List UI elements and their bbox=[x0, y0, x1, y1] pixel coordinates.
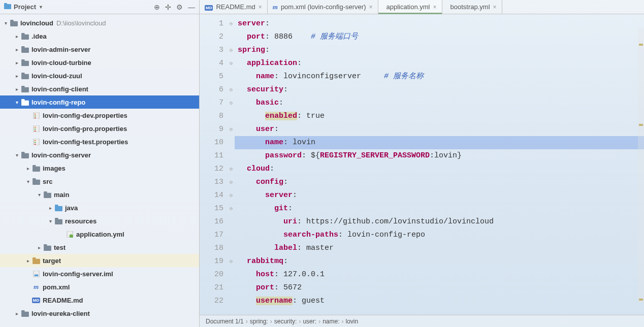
fold-icon[interactable]: ⊖ bbox=[228, 57, 235, 70]
chevron-icon[interactable]: ▸ bbox=[13, 47, 20, 52]
tree-item[interactable]: application.yml bbox=[0, 227, 199, 241]
tree-item[interactable]: ▸lovin-cloud-turbine bbox=[0, 56, 199, 69]
chevron-icon[interactable]: ▸ bbox=[36, 245, 43, 250]
close-icon[interactable]: × bbox=[493, 4, 497, 11]
fold-icon[interactable]: ⊖ bbox=[228, 202, 235, 215]
fold-icon[interactable]: ⊖ bbox=[228, 123, 235, 136]
project-tree[interactable]: ▾lovincloudD:\iios\lovincloud▸.idea▸lovi… bbox=[0, 14, 199, 327]
code-line[interactable]: port: 5672 bbox=[235, 281, 644, 295]
chevron-icon[interactable]: ▸ bbox=[13, 60, 20, 66]
code-line[interactable]: cloud: bbox=[235, 162, 644, 176]
code-line[interactable]: label: master bbox=[235, 242, 644, 255]
tree-item[interactable]: lovin-config-server.iml bbox=[0, 267, 199, 280]
tree-item[interactable]: ▾resources bbox=[0, 214, 199, 227]
fold-icon[interactable] bbox=[228, 242, 235, 255]
chevron-icon[interactable]: ▸ bbox=[24, 258, 31, 264]
chevron-icon[interactable]: ▾ bbox=[24, 179, 31, 184]
code-line[interactable]: basic: bbox=[235, 96, 644, 110]
breadcrumb-item[interactable]: lovin bbox=[345, 318, 358, 325]
close-icon[interactable]: × bbox=[369, 4, 372, 11]
fold-icon[interactable] bbox=[228, 295, 235, 308]
tree-item[interactable]: ▾main bbox=[0, 188, 199, 201]
breadcrumb[interactable]: Document 1/1›spring:›security:›user:›nam… bbox=[200, 315, 644, 327]
scrollbar[interactable] bbox=[638, 28, 644, 303]
chevron-icon[interactable]: ▸ bbox=[24, 166, 31, 171]
chevron-down-icon[interactable]: ▾ bbox=[2, 20, 9, 26]
chevron-icon[interactable]: ▸ bbox=[47, 205, 54, 211]
fold-icon[interactable] bbox=[228, 215, 235, 228]
editor-tab[interactable]: mpom.xml (lovin-config-server)× bbox=[268, 0, 378, 14]
locate-icon[interactable]: ⊕ bbox=[154, 3, 160, 11]
tree-root[interactable]: ▾lovincloudD:\iios\lovincloud bbox=[0, 16, 199, 29]
tree-item[interactable]: ▸lovin-eureka-client bbox=[0, 307, 199, 320]
tree-item[interactable]: ▸.idea bbox=[0, 29, 199, 43]
tree-item[interactable]: ▾src bbox=[0, 175, 199, 188]
breadcrumb-item[interactable]: name: bbox=[323, 318, 339, 325]
tree-item[interactable]: ▸lovin-cloud-zuul bbox=[0, 69, 199, 82]
tree-item[interactable]: ▸lovin-admin-server bbox=[0, 43, 199, 56]
close-icon[interactable]: × bbox=[433, 4, 437, 11]
code-line[interactable]: spring: bbox=[235, 44, 644, 57]
fold-icon[interactable]: ⊖ bbox=[228, 255, 235, 268]
gear-icon[interactable]: ⚙ bbox=[176, 3, 183, 11]
fold-icon[interactable] bbox=[228, 268, 235, 281]
fold-icon[interactable] bbox=[228, 281, 235, 295]
tree-item[interactable]: lovin-config-pro.properties bbox=[0, 122, 199, 135]
code-line[interactable]: server: bbox=[235, 17, 644, 30]
expand-icon[interactable]: ✢ bbox=[165, 3, 171, 11]
code-lines[interactable]: server: port: 8886 # 服务端口号spring: applic… bbox=[235, 14, 644, 315]
breadcrumb-item[interactable]: spring: bbox=[250, 318, 268, 325]
editor-tab[interactable]: bootstrap.yml× bbox=[442, 0, 502, 14]
fold-icon[interactable] bbox=[228, 110, 235, 123]
tree-item[interactable]: ▸target bbox=[0, 254, 199, 267]
fold-icon[interactable] bbox=[228, 228, 235, 242]
fold-icon[interactable]: ⊖ bbox=[228, 96, 235, 110]
fold-icon[interactable]: ⊖ bbox=[228, 44, 235, 57]
tree-item[interactable]: ▸images bbox=[0, 161, 199, 175]
fold-icon[interactable] bbox=[228, 70, 235, 83]
chevron-icon[interactable]: ▾ bbox=[13, 100, 20, 105]
code-line[interactable]: uri: https://github.com/lovinstudio/lovi… bbox=[235, 215, 644, 228]
fold-icon[interactable]: ⊖ bbox=[228, 83, 235, 96]
code-line[interactable]: security: bbox=[235, 83, 644, 96]
fold-icon[interactable] bbox=[228, 30, 235, 44]
editor-tab[interactable]: MDREADME.md× bbox=[200, 0, 268, 14]
chevron-icon[interactable]: ▾ bbox=[36, 192, 43, 198]
tree-item[interactable]: ▸test bbox=[0, 241, 199, 254]
code-line[interactable]: name: lovinconfigserver # 服务名称 bbox=[235, 70, 644, 83]
chevron-icon[interactable]: ▸ bbox=[13, 311, 20, 316]
tree-item[interactable]: ▸java bbox=[0, 201, 199, 214]
tree-item[interactable]: lovin-config-dev.properties bbox=[0, 109, 199, 122]
chevron-icon[interactable]: ▸ bbox=[13, 86, 20, 92]
code-line[interactable]: username: guest bbox=[235, 295, 644, 308]
chevron-icon[interactable]: ▾ bbox=[13, 152, 20, 158]
fold-icon[interactable] bbox=[228, 149, 235, 162]
code-line[interactable]: rabbitmq: bbox=[235, 255, 644, 268]
fold-icon[interactable]: ⊖ bbox=[228, 17, 235, 30]
code-line[interactable]: name: lovin bbox=[235, 136, 644, 149]
tree-item[interactable]: mpom.xml bbox=[0, 280, 199, 293]
chevron-icon[interactable]: ▸ bbox=[13, 34, 20, 39]
code-line[interactable]: config: bbox=[235, 176, 644, 189]
fold-icon[interactable]: ⊖ bbox=[228, 189, 235, 202]
tree-item[interactable]: ▾lovin-config-repo bbox=[0, 95, 199, 109]
code-editor[interactable]: 12345678910111213141516171819202122 ⊖⊖⊖⊖… bbox=[200, 14, 644, 315]
code-line[interactable]: server: bbox=[235, 189, 644, 202]
fold-icon[interactable] bbox=[228, 136, 235, 149]
code-line[interactable]: search-paths: lovin-config-repo bbox=[235, 228, 644, 242]
code-line[interactable]: user: bbox=[235, 123, 644, 136]
code-line[interactable]: git: bbox=[235, 202, 644, 215]
fold-icon[interactable]: ⊖ bbox=[228, 176, 235, 189]
code-line[interactable]: password: ${REGISTRY_SERVER_PASSWORD:lov… bbox=[235, 149, 644, 162]
tree-item[interactable]: ▸lovin-config-client bbox=[0, 82, 199, 95]
breadcrumb-item[interactable]: user: bbox=[303, 318, 316, 325]
chevron-icon[interactable]: ▸ bbox=[13, 73, 20, 79]
collapse-icon[interactable]: — bbox=[188, 3, 195, 11]
project-selector[interactable]: Project ▼ bbox=[4, 3, 43, 11]
code-line[interactable]: host: 127.0.0.1 bbox=[235, 268, 644, 281]
code-line[interactable]: enabled: true bbox=[235, 110, 644, 123]
tree-item[interactable]: ▾lovin-config-server bbox=[0, 148, 199, 161]
code-line[interactable]: application: bbox=[235, 57, 644, 70]
code-line[interactable]: port: 8886 # 服务端口号 bbox=[235, 30, 644, 44]
breadcrumb-item[interactable]: security: bbox=[274, 318, 297, 325]
